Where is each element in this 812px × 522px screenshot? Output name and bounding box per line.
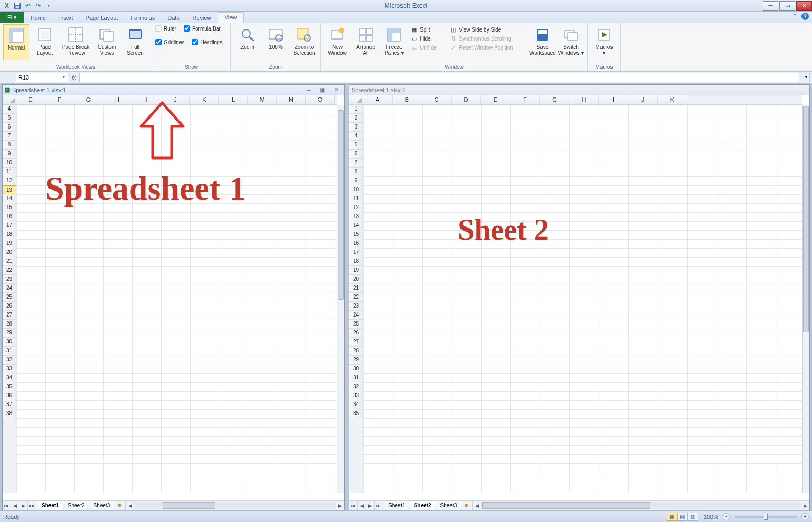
row-header[interactable]: 14 (3, 194, 16, 203)
row-header[interactable]: 16 (349, 239, 363, 248)
row-header[interactable]: 29 (349, 356, 363, 365)
row-header[interactable]: 4 (349, 132, 363, 141)
column-header[interactable]: E (481, 95, 510, 104)
doc1-title-bar[interactable]: ▦ Spreadsheet 1.xlsx:1 ─ ▣ ✕ (3, 85, 344, 95)
doc2-sheet-nav-prev[interactable]: ◀ (358, 501, 366, 510)
new-window-button[interactable]: New Window (324, 24, 350, 60)
doc1-restore-icon[interactable]: ▣ (317, 86, 328, 94)
doc2-select-all-corner[interactable] (349, 95, 363, 105)
page-break-switch[interactable]: ▥ (688, 513, 698, 521)
doc2-sheet-nav-first[interactable]: ⏮ (349, 501, 358, 510)
normal-view-switch[interactable]: ▦ (667, 513, 677, 521)
doc1-select-all-corner[interactable] (3, 95, 16, 105)
column-header[interactable]: H (569, 95, 599, 104)
row-header[interactable]: 14 (349, 221, 363, 230)
doc2-vertical-scrollbar[interactable] (802, 105, 809, 493)
switch-windows-button[interactable]: Switch Windows ▾ (558, 24, 584, 60)
tab-formulas[interactable]: Formulas (124, 13, 161, 23)
macros-button[interactable]: Macros ▾ (591, 24, 617, 60)
row-header[interactable]: 6 (349, 150, 363, 159)
row-header[interactable]: 9 (349, 176, 363, 185)
row-header[interactable]: 24 (3, 284, 16, 293)
doc2-title-bar[interactable]: Spreadsheet 1.xlsx:2 (349, 85, 809, 95)
column-header[interactable]: I (132, 95, 161, 104)
doc1-sheet-tab-3[interactable]: Sheet3 (88, 501, 116, 510)
sync-scroll-button[interactable]: ⇅Synchronous Scrolling (448, 34, 527, 43)
row-header[interactable]: 28 (3, 320, 16, 329)
fx-icon[interactable]: fx (72, 74, 76, 81)
minimize-button[interactable]: ─ (763, 1, 778, 11)
row-header[interactable]: 38 (3, 409, 16, 418)
column-header[interactable]: G (74, 95, 103, 104)
column-header[interactable]: E (16, 95, 45, 104)
row-header[interactable]: 5 (349, 141, 363, 150)
row-header[interactable]: 27 (349, 338, 363, 347)
row-header[interactable]: 33 (349, 391, 363, 400)
column-header[interactable]: A (363, 95, 393, 104)
column-header[interactable]: H (103, 95, 132, 104)
doc1-minimize-icon[interactable]: ─ (303, 86, 315, 94)
doc1-row-headers[interactable]: 4567891011121314151617181920212223242526… (3, 105, 16, 493)
row-header[interactable]: 1 (349, 105, 363, 114)
column-header[interactable]: F (510, 95, 540, 104)
save-workspace-button[interactable]: Save Workspace (529, 24, 556, 60)
column-header[interactable]: O (306, 95, 335, 104)
doc1-sheet-nav-first[interactable]: ⏮ (3, 501, 11, 510)
redo-icon[interactable]: ↷ (34, 1, 43, 11)
row-header[interactable]: 25 (3, 293, 16, 302)
page-break-preview-button[interactable]: Page Break Preview (60, 24, 92, 60)
name-box[interactable]: R13 ▼ (16, 73, 68, 82)
tab-insert[interactable]: Insert (52, 13, 79, 23)
row-header[interactable]: 4 (3, 105, 16, 114)
unhide-button[interactable]: ▭Unhide (409, 43, 446, 52)
doc1-sheet-nav-last[interactable]: ⏭ (28, 501, 36, 510)
close-button[interactable]: ✕ (796, 1, 812, 11)
row-header[interactable]: 18 (349, 257, 363, 266)
hide-button[interactable]: ▭Hide (409, 34, 446, 43)
row-header[interactable]: 26 (3, 302, 16, 311)
qat-dropdown-icon[interactable]: ▾ (44, 1, 54, 11)
split-button[interactable]: ▦Split (409, 25, 446, 34)
row-header[interactable]: 10 (349, 185, 363, 194)
view-side-by-side-button[interactable]: ◫View Side by Side (448, 25, 527, 34)
doc1-new-sheet-icon[interactable]: ✸ (114, 501, 125, 510)
row-header[interactable]: 7 (3, 132, 16, 141)
row-header[interactable]: 21 (3, 257, 16, 266)
row-header[interactable]: 11 (3, 168, 16, 176)
row-header[interactable]: 12 (3, 176, 16, 185)
zoom-button[interactable]: Zoom (234, 24, 260, 60)
row-header[interactable]: 34 (3, 373, 16, 382)
doc2-sheet-nav-last[interactable]: ⏭ (375, 501, 383, 510)
doc2-row-headers[interactable]: 1234567891011121314151617181920212223242… (349, 105, 363, 493)
doc2-sheet-tab-2[interactable]: Sheet2 (409, 501, 437, 510)
zoom-slider[interactable] (734, 516, 797, 518)
doc2-cells[interactable]: Sheet 2 (363, 105, 802, 493)
tab-data[interactable]: Data (161, 13, 186, 23)
column-header[interactable]: G (540, 95, 569, 104)
row-header[interactable]: 36 (3, 391, 16, 400)
tab-home[interactable]: Home (24, 13, 52, 23)
formula-bar-expand-icon[interactable]: ▾ (803, 73, 810, 82)
tab-view[interactable]: View (218, 12, 244, 23)
row-header[interactable]: 17 (349, 248, 363, 257)
tab-page-layout[interactable]: Page Layout (79, 13, 125, 23)
freeze-panes-button[interactable]: Freeze Panes ▾ (381, 24, 407, 60)
row-header[interactable]: 26 (349, 329, 363, 338)
row-header[interactable]: 23 (349, 302, 363, 311)
column-header[interactable]: K (190, 95, 219, 104)
row-header[interactable]: 28 (349, 347, 363, 356)
row-header[interactable]: 22 (349, 293, 363, 302)
doc1-grid[interactable]: EFGHIJKLMNO 4567891011121314151617181920… (3, 95, 344, 500)
doc2-sheet-tab-3[interactable]: Sheet3 (435, 501, 463, 510)
row-header[interactable]: 31 (349, 373, 363, 382)
column-header[interactable]: N (277, 95, 306, 104)
row-header[interactable]: 30 (349, 365, 363, 373)
help-icon[interactable]: ? (801, 13, 809, 20)
zoom-in-button[interactable]: + (801, 513, 809, 520)
zoom-100-button[interactable]: 100% (263, 24, 289, 60)
zoom-selection-button[interactable]: Zoom to Selection (291, 24, 317, 60)
row-header[interactable]: 32 (3, 356, 16, 365)
doc1-sheet-nav-next[interactable]: ▶ (19, 501, 28, 510)
doc2-sheet-nav-next[interactable]: ▶ (366, 501, 375, 510)
formula-input[interactable] (79, 73, 799, 82)
